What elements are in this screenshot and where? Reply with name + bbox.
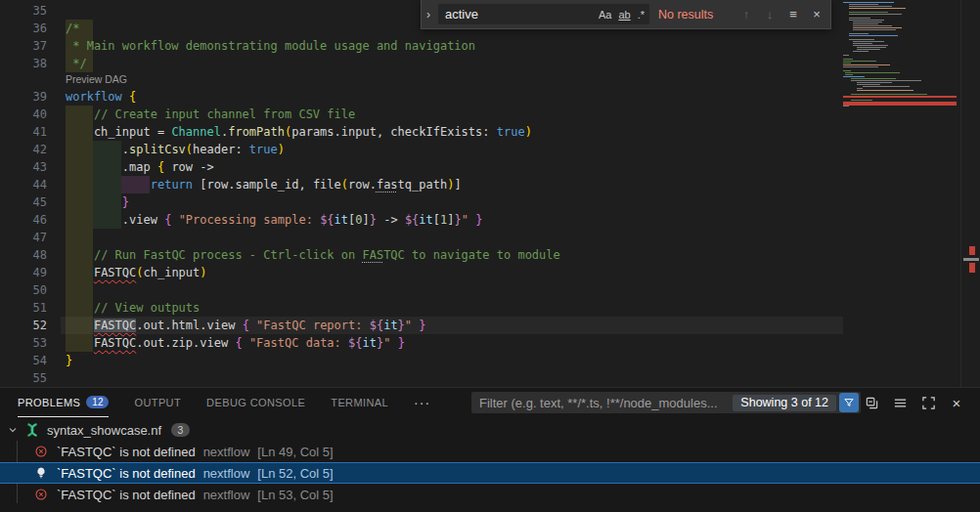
code-text: workflow { xyxy=(66,88,136,106)
problems-count-badge: 12 xyxy=(86,396,109,408)
code-text: /* xyxy=(66,20,79,37)
code-area[interactable]: 3536/*37 * Main workflow demonstrating m… xyxy=(0,2,980,387)
problem-location: [Ln 53, Col 5] xyxy=(257,488,333,502)
regex-icon[interactable]: .* xyxy=(638,9,645,21)
problem-row[interactable]: `FASTQC` is not definednextflow[Ln 53, C… xyxy=(0,484,980,505)
find-in-selection-icon[interactable]: ≡ xyxy=(781,7,805,21)
line-number: 43 xyxy=(0,158,47,176)
tab-debug-console[interactable]: DEBUG CONSOLE xyxy=(206,388,305,417)
showing-count-badge: Showing 3 of 12 xyxy=(733,395,836,411)
maximize-panel-icon[interactable] xyxy=(920,395,936,410)
find-widget: › active Aa ab .* No results ↑ ↓ ≡ × xyxy=(421,0,831,29)
tab-output[interactable]: OUTPUT xyxy=(134,388,181,417)
line-number: 55 xyxy=(0,369,47,387)
minimap[interactable] xyxy=(843,0,960,387)
find-input[interactable]: active Aa ab .* xyxy=(438,4,649,24)
code-text: */ xyxy=(66,55,87,72)
problem-row[interactable]: `FASTQC` is not definednextflow[Ln 52, C… xyxy=(0,462,980,484)
filter-funnel-icon[interactable] xyxy=(839,393,859,412)
problem-message: `FASTQC` is not defined xyxy=(57,488,196,502)
line-number: 42 xyxy=(0,141,47,158)
lightbulb-icon xyxy=(33,465,49,481)
collapse-all-icon[interactable] xyxy=(864,395,879,410)
panel-actions: × xyxy=(864,392,964,413)
close-panel-icon[interactable]: × xyxy=(949,395,964,410)
line-number: 51 xyxy=(0,299,47,317)
code-text: } xyxy=(66,352,72,369)
editor: 3536/*37 * Main workflow demonstrating m… xyxy=(0,0,980,387)
line-number: 37 xyxy=(0,37,47,55)
view-as-table-icon[interactable] xyxy=(892,395,908,410)
close-find-icon[interactable]: × xyxy=(805,7,828,21)
code-text: // Create input channel from CSV file xyxy=(66,106,355,123)
nextflow-file-icon xyxy=(24,422,40,438)
code-line-50[interactable]: 50 xyxy=(0,281,980,299)
code-line-43[interactable]: 43 .map { row -> xyxy=(0,158,980,176)
find-results-status: No results xyxy=(658,8,729,21)
problem-source: nextflow xyxy=(203,488,250,502)
code-text: .view { "Processing sample: ${it[0]} -> … xyxy=(66,211,482,229)
line-number: 49 xyxy=(0,264,47,281)
code-line-48[interactable]: 48 // Run FastQC process - Ctrl-click on… xyxy=(0,246,980,264)
match-case-icon[interactable]: Aa xyxy=(599,9,611,21)
code-line-49[interactable]: 49 FASTQC(ch_input) xyxy=(0,264,980,281)
code-text: } xyxy=(66,193,129,211)
code-line-47[interactable]: 47 xyxy=(0,229,980,246)
line-number: 44 xyxy=(0,176,47,193)
line-number: 45 xyxy=(0,193,47,211)
tab-problems[interactable]: PROBLEMS 12 xyxy=(18,388,109,417)
code-line-39[interactable]: 39workflow { xyxy=(0,88,980,106)
code-line-53[interactable]: 53 FASTQC.out.zip.view { "FastQC data: $… xyxy=(0,334,980,352)
whole-word-icon[interactable]: ab xyxy=(618,9,630,21)
bottom-panel: PROBLEMS 12 OUTPUT DEBUG CONSOLE TERMINA… xyxy=(0,387,980,512)
code-line-38[interactable]: 38 */ xyxy=(0,55,980,72)
line-number: 46 xyxy=(0,211,47,229)
problems-filter-input[interactable]: Filter (e.g. text, **/*.ts, !**/node_mod… xyxy=(471,392,861,413)
code-line-40[interactable]: 40 // Create input channel from CSV file xyxy=(0,106,980,123)
problem-source: nextflow xyxy=(203,466,250,481)
codelens-preview-dag[interactable]: Preview DAG xyxy=(0,72,980,88)
vscode-window: 3536/*37 * Main workflow demonstrating m… xyxy=(0,0,980,512)
line-number: 39 xyxy=(0,88,47,106)
panel-tabs-row: PROBLEMS 12 OUTPUT DEBUG CONSOLE TERMINA… xyxy=(0,388,980,417)
line-number: 40 xyxy=(0,106,47,123)
overview-ruler[interactable] xyxy=(960,0,980,387)
code-text: FASTQC.out.html.view { "FastQC report: $… xyxy=(66,317,426,334)
find-buttons: ↑ ↓ ≡ × xyxy=(735,7,828,21)
find-query-text[interactable]: active xyxy=(445,7,592,21)
line-number: 50 xyxy=(0,281,47,299)
previous-match-icon[interactable]: ↑ xyxy=(735,7,758,21)
code-line-51[interactable]: 51 // View outputs xyxy=(0,299,980,317)
problem-location: [Ln 52, Col 5] xyxy=(257,466,333,481)
line-number: 52 xyxy=(0,317,47,334)
code-line-41[interactable]: 41 ch_input = Channel.fromPath(params.in… xyxy=(0,123,980,141)
problem-message: `FASTQC` is not defined xyxy=(57,466,196,481)
code-line-54[interactable]: 54} xyxy=(0,352,980,369)
code-line-37[interactable]: 37 * Main workflow demonstrating module … xyxy=(0,37,980,55)
code-text: FASTQC.out.zip.view { "FastQC data: ${it… xyxy=(66,334,405,352)
code-text: // View outputs xyxy=(66,299,200,317)
toggle-replace-icon[interactable]: › xyxy=(422,0,435,28)
code-text: return [row.sample_id, file(row.fastq_pa… xyxy=(66,176,462,193)
code-line-46[interactable]: 46 .view { "Processing sample: ${it[0]} … xyxy=(0,211,980,229)
chevron-down-icon xyxy=(5,424,21,436)
code-line-52[interactable]: 52 FASTQC.out.html.view { "FastQC report… xyxy=(0,317,980,334)
code-text: .map { row -> xyxy=(66,158,214,176)
line-number: 53 xyxy=(0,334,47,352)
code-line-42[interactable]: 42 .splitCsv(header: true) xyxy=(0,141,980,158)
tab-terminal[interactable]: TERMINAL xyxy=(331,388,388,417)
next-match-icon[interactable]: ↓ xyxy=(758,7,781,21)
line-number: 47 xyxy=(0,229,47,246)
code-text: ch_input = Channel.fromPath(params.input… xyxy=(66,123,532,141)
file-problem-count-badge: 3 xyxy=(171,423,190,437)
filter-placeholder: Filter (e.g. text, **/*.ts, !**/node_mod… xyxy=(479,396,733,410)
more-tabs-icon[interactable]: ··· xyxy=(414,395,430,410)
code-line-45[interactable]: 45 } xyxy=(0,193,980,211)
code-line-55[interactable]: 55 xyxy=(0,369,980,387)
code-text: // Run FastQC process - Ctrl-click on FA… xyxy=(66,246,560,264)
problem-source: nextflow xyxy=(203,445,250,459)
code-line-44[interactable]: 44 return [row.sample_id, file(row.fastq… xyxy=(0,176,980,193)
line-number: 41 xyxy=(0,123,47,141)
problem-file-group[interactable]: syntax_showcase.nf 3 xyxy=(0,419,980,441)
problem-row[interactable]: `FASTQC` is not definednextflow[Ln 49, C… xyxy=(0,441,980,462)
